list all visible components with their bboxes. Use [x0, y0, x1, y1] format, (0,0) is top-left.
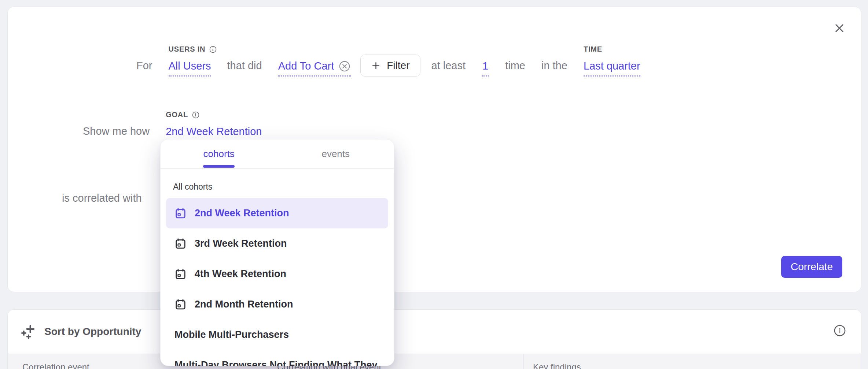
cohort-option-label: 2nd Week Retention [195, 208, 289, 219]
column-divider [523, 354, 524, 369]
sort-by-opportunity-button[interactable]: Sort by Opportunity [20, 310, 141, 354]
cohort-option[interactable]: 2nd Month Retention [166, 289, 388, 320]
for-text: For [136, 59, 152, 77]
goal-label: GOAL i [166, 108, 200, 121]
svg-text:i: i [839, 327, 841, 335]
in-the-text: in the [541, 59, 567, 77]
cohort-option[interactable]: 2nd Week Retention [166, 198, 388, 228]
show-me-how-text: Show me how [83, 125, 150, 142]
dropdown-tabs: cohorts events [161, 139, 394, 169]
cohort-picker-dropdown: cohorts events All cohorts 2nd Week Rete… [160, 139, 394, 366]
svg-text:i: i [195, 112, 196, 118]
at-least-text: at least [431, 59, 466, 77]
results-card: Sort by Opportunity i Correlation event … [7, 309, 861, 369]
users-in-selector[interactable]: USERS IN i All Users [169, 60, 211, 77]
column-header-key-findings: Key findings [533, 362, 581, 369]
calendar-icon [174, 238, 187, 250]
event-count-selector[interactable]: 1 [482, 60, 489, 77]
cohort-option-label: 2nd Month Retention [195, 299, 293, 310]
users-in-label: USERS IN i [169, 43, 217, 56]
cohort-option-label: Mobile Multi-Purchasers [174, 329, 289, 340]
correlation-analysis-screen: For USERS IN i All Users that did Add To… [0, 0, 868, 369]
event-selector[interactable]: Add To Cart [278, 60, 351, 77]
event-value: Add To Cart [278, 60, 334, 72]
that-did-text: that did [227, 59, 262, 77]
info-icon[interactable]: i [192, 111, 200, 119]
tab-events[interactable]: events [277, 139, 394, 168]
active-tab-indicator [203, 165, 235, 168]
calendar-icon [174, 268, 187, 280]
cohort-option-label: 4th Week Retention [195, 268, 286, 280]
cohort-option[interactable]: Mobile Multi-Purchasers [166, 320, 388, 350]
cohort-option[interactable]: 3rd Week Retention [166, 228, 388, 259]
remove-event-icon[interactable] [338, 60, 351, 72]
calendar-icon [174, 207, 187, 219]
time-range-value: Last quarter [584, 60, 640, 72]
cohort-list: 2nd Week Retention 3rd Week Retention [166, 198, 388, 366]
close-icon [833, 22, 846, 34]
add-filter-button[interactable]: Filter [360, 55, 420, 77]
time-word-text: time [505, 59, 525, 77]
cohort-option-label: 3rd Week Retention [195, 238, 287, 249]
info-icon: i [833, 324, 846, 337]
correlate-button[interactable]: Correlate [781, 256, 842, 278]
column-header-correlation-event: Correlation event [22, 362, 89, 369]
users-in-value: All Users [169, 60, 211, 72]
cohort-option[interactable]: 4th Week Retention [166, 259, 388, 289]
info-icon[interactable]: i [209, 45, 217, 53]
results-table-header: Correlation event Correlation with goal … [8, 354, 861, 369]
goal-value: 2nd Week Retention [166, 125, 262, 138]
close-button[interactable] [832, 21, 846, 35]
time-range-selector[interactable]: TIME Last quarter [584, 60, 640, 77]
sparkle-icon [20, 323, 37, 340]
cohort-option[interactable]: Multi-Day Browsers Not Finding What They [166, 350, 388, 366]
query-builder-card: For USERS IN i All Users that did Add To… [7, 7, 861, 292]
filter-button-label: Filter [387, 60, 409, 71]
plus-icon [371, 61, 381, 71]
svg-text:i: i [212, 47, 214, 52]
sort-button-label: Sort by Opportunity [44, 326, 141, 338]
calendar-icon [174, 298, 187, 310]
tab-cohorts[interactable]: cohorts [161, 139, 277, 168]
results-info-button[interactable]: i [833, 324, 847, 338]
event-count-value: 1 [482, 60, 488, 72]
is-correlated-with-text: is correlated with [62, 192, 142, 204]
cohort-section-label: All cohorts [173, 182, 212, 192]
query-sentence-row-1: For USERS IN i All Users that did Add To… [136, 55, 640, 77]
time-label: TIME [584, 43, 602, 56]
cohort-option-label: Multi-Day Browsers Not Finding What They [174, 359, 378, 366]
